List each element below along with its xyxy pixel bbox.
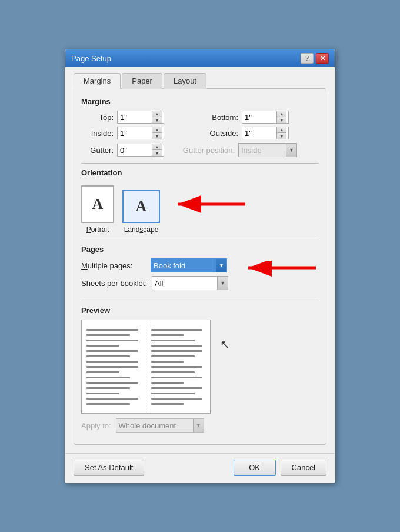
preview-line [86,398,138,400]
preview-section-title: Preview [81,306,319,315]
outside-spin-up[interactable]: ▲ [277,127,286,133]
outside-spin-buttons: ▲ ▼ [276,127,286,139]
gutter-position-value: Inside [239,145,286,156]
outside-field-row: Outside: ▲ ▼ [206,127,319,139]
top-input[interactable] [118,112,152,122]
preview-line [86,387,130,389]
preview-left-page [82,320,146,413]
preview-line [151,355,195,357]
bottom-spin-input[interactable]: ▲ ▼ [242,111,289,124]
sheets-arrow-icon[interactable]: ▼ [217,277,228,290]
orientation-section: Orientation A Portrait A [81,168,319,234]
portrait-icon: A [81,185,114,223]
preview-line [151,334,184,336]
tab-layout[interactable]: Layout [164,73,206,89]
preview-line [86,403,130,405]
apply-to-row: Apply to: Whole document ▼ [81,418,319,433]
sheets-row: Sheets per booklet: All ▼ [81,276,236,290]
inside-spin-down[interactable]: ▼ [152,133,162,139]
preview-line [86,361,138,363]
top-spin-input[interactable]: ▲ ▼ [117,111,164,124]
preview-right-page [146,320,211,413]
preview-line [86,393,119,394]
preview-line [151,361,184,363]
top-spin-down[interactable]: ▼ [152,117,162,123]
pages-section-title: Pages [81,245,319,254]
bottom-spin-down[interactable]: ▼ [277,117,286,123]
bottom-input[interactable] [242,112,276,122]
bottom-spin-buttons: ▲ ▼ [276,111,286,123]
preview-line [86,329,138,331]
multiple-pages-value: Book fold [151,260,216,271]
tab-content-margins: Margins Top: ▲ ▼ Bottom: [74,88,326,445]
tab-paper[interactable]: Paper [122,73,162,89]
tab-margins[interactable]: Margins [74,73,121,89]
gutter-position-dropdown: Inside ▼ [238,143,297,157]
top-spin-up[interactable]: ▲ [152,111,162,117]
multiple-pages-label: Multiple pages: [81,261,146,270]
top-spin-buttons: ▲ ▼ [152,111,162,123]
gutter-position-arrow-icon: ▼ [286,144,296,157]
preview-section: Preview [81,306,319,433]
gutter-spin-input[interactable]: ▲ ▼ [117,144,164,157]
preview-line [151,366,203,368]
help-button[interactable]: ? [301,53,314,64]
preview-line [86,355,130,357]
gutter-position-label: Gutter position: [176,146,235,155]
apply-to-arrow-icon[interactable]: ▼ [193,419,204,432]
landscape-icon: A [122,190,160,223]
preview-line [86,377,130,378]
bottom-label: Bottom: [206,113,238,122]
inside-spin-buttons: ▲ ▼ [152,127,162,139]
ok-button[interactable]: OK [234,460,276,476]
bottom-spin-up[interactable]: ▲ [277,111,286,117]
title-bar-buttons: ? ✕ [301,53,329,64]
multiple-pages-arrow-icon[interactable]: ▼ [216,259,226,272]
gutter-field-row: Gutter: ▲ ▼ [81,144,164,157]
inside-spin-up[interactable]: ▲ [152,127,162,133]
preview-line [151,403,184,405]
landscape-label: Landscape [124,225,159,234]
title-bar: Page Setup ? ✕ [65,49,335,67]
preview-line [86,334,130,336]
gutter-spin-up[interactable]: ▲ [152,144,162,150]
preview-line [151,387,203,389]
sheets-label: Sheets per booklet: [81,279,147,288]
outside-spin-down[interactable]: ▼ [277,133,286,139]
close-button[interactable]: ✕ [316,53,329,64]
set-default-button[interactable]: Set As Default [74,460,144,476]
outside-spin-input[interactable]: ▲ ▼ [242,127,289,139]
pages-section: Pages Multiple pages: Book fold ▼ [81,245,319,295]
orientation-section-title: Orientation [81,168,319,177]
gutter-label: Gutter: [81,146,114,155]
gutter-input[interactable] [118,145,152,155]
sheets-dropdown[interactable]: All ▼ [152,276,228,290]
multiple-pages-row: Multiple pages: Book fold ▼ [81,258,236,272]
outside-label: Outside: [206,129,238,138]
margins-grid: Top: ▲ ▼ Bottom: ▲ [81,111,319,139]
cancel-button[interactable]: Cancel [281,460,326,476]
dialog-title: Page Setup [71,54,111,63]
portrait-label: Portrait [86,225,109,234]
inside-spin-input[interactable]: ▲ ▼ [117,127,164,139]
orientation-options: A Portrait A Landscape [81,185,160,234]
top-field-row: Top: ▲ ▼ [81,111,194,124]
preview-line [86,340,138,341]
preview-line [151,398,203,400]
multiple-pages-dropdown[interactable]: Book fold ▼ [151,258,227,272]
preview-line [86,345,119,347]
portrait-option[interactable]: A Portrait [81,185,114,234]
preview-line [151,393,195,394]
apply-to-dropdown[interactable]: Whole document ▼ [116,418,204,433]
inside-input[interactable] [118,128,152,138]
preview-line [86,366,138,368]
preview-line [151,350,203,352]
outside-input[interactable] [242,128,276,138]
preview-line [86,382,138,384]
gutter-spin-down[interactable]: ▼ [152,150,162,156]
preview-line [151,329,203,331]
landscape-option[interactable]: A Landscape [122,190,160,234]
preview-box [81,320,211,414]
inside-label: Inside: [81,129,114,138]
gutter-position-field-row: Gutter position: Inside ▼ [176,143,297,157]
